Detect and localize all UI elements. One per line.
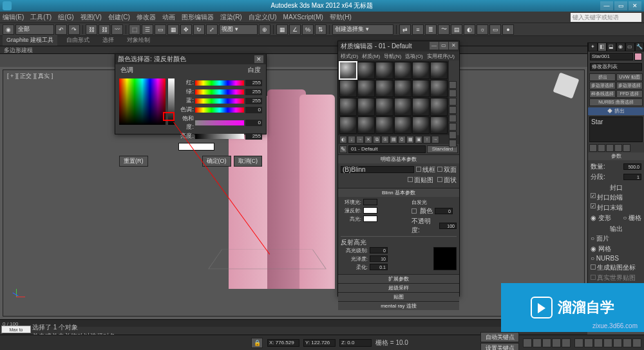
select-name-button[interactable]: ☰ [142,24,153,35]
move-button[interactable]: ✥ [180,24,192,35]
modifier-stack-header[interactable]: ◆ 挤出 [588,107,644,115]
mod-polyselect2-button[interactable]: 多边形选择 [616,82,643,89]
material-slot[interactable] [375,98,393,115]
layers-button[interactable]: ≣ [425,24,437,35]
zoom-all-icon[interactable] [584,338,593,347]
gen-mapping-checkbox[interactable] [591,264,596,270]
mat-menu-options[interactable]: 选项(O) [405,53,423,60]
next-frame-icon[interactable] [552,338,561,347]
selfillum-color-checkbox[interactable] [412,208,417,214]
material-name-dropdown[interactable]: 01 - Default [348,145,426,153]
object-name-field[interactable]: Star001 [590,53,633,60]
named-selection-dropdown[interactable]: 创建选择集 ▾ [332,24,393,35]
opacity-spinner[interactable]: 100 [439,223,457,229]
rotate-button[interactable]: ↻ [193,24,205,35]
material-slot[interactable] [375,80,393,97]
material-slot[interactable] [339,116,357,134]
window-crossing-button[interactable]: ▦ [167,24,179,35]
material-slot[interactable] [339,80,357,97]
maximize-button[interactable]: ▭ [614,1,627,10]
menu-maxscript[interactable]: MAXScript(M) [283,14,323,21]
show-end-icon[interactable] [598,144,605,152]
spinner-snap-button[interactable]: ⇅ [315,24,327,35]
material-slot[interactable] [357,98,375,115]
fov-icon[interactable] [603,338,612,347]
supersampling-rollout[interactable]: 超级采样 [338,284,459,292]
material-slot[interactable] [430,62,448,79]
material-slot[interactable] [430,98,448,115]
schematic-button[interactable]: ▤ [451,24,462,35]
ribbon-tab-paint[interactable]: 对象绘制 [123,35,154,46]
selection-filter-dropdown[interactable]: 全部 [15,24,54,35]
select-by-mat-icon[interactable] [449,140,457,147]
mirror-button[interactable]: ⇄ [399,24,411,35]
scale-button[interactable]: ⤢ [206,24,218,35]
bind-spacewarp-button[interactable]: 〰 [111,24,123,35]
mat-maximize-button[interactable]: ▭ [439,42,448,50]
configure-sets-icon[interactable] [623,144,630,152]
options-icon[interactable] [449,131,457,139]
material-slot[interactable] [339,62,357,79]
ambient-swatch[interactable] [363,199,377,205]
help-search-input[interactable]: 键入关键字或短语 [571,13,641,22]
select-region-button[interactable]: ▭ [155,24,166,35]
menu-animation[interactable]: 动画 [162,13,175,22]
curve-editor-button[interactable]: 〜 [438,24,450,35]
hierarchy-tab-icon[interactable]: ⬓ [607,42,616,51]
menu-views[interactable]: 视图(V) [80,13,102,22]
menu-graph-editors[interactable]: 图形编辑器 [182,13,214,22]
material-slot[interactable] [412,116,430,134]
unlink-button[interactable]: ⛓ [99,24,110,35]
cap-end-checkbox[interactable] [591,203,596,208]
material-slot[interactable] [375,116,393,134]
params-rollout-header[interactable]: 参数 [588,152,644,160]
render-frame-button[interactable]: ▭ [489,24,501,35]
color-reset-button[interactable]: 重置(R) [119,156,148,167]
blue-slider[interactable] [195,98,244,104]
material-slot[interactable] [430,80,448,97]
menu-tools[interactable]: 工具(T) [30,13,52,22]
object-color-swatch[interactable] [634,53,642,60]
material-slot[interactable] [357,62,375,79]
material-slot[interactable] [430,116,448,134]
material-slot[interactable] [412,62,430,79]
segments-spinner[interactable]: 1 [623,174,641,180]
put-to-lib-icon[interactable]: ▤ [390,136,397,143]
pan-icon[interactable] [613,338,622,347]
material-slot[interactable] [357,116,375,134]
pin-stack-icon[interactable] [589,144,597,152]
viewcube[interactable] [553,72,579,98]
put-to-scene-icon[interactable]: ↓ [348,136,355,143]
app-menu-icon[interactable]: ◉ [3,24,14,35]
modifier-list-dropdown[interactable]: 修改器列表 [590,63,642,71]
wire-checkbox[interactable] [416,167,421,172]
viewport[interactable]: [ + ][ 正交 ][ 真实 ] [3,69,585,317]
color-cancel-button[interactable]: 取消(C) [234,156,263,167]
mat-minimize-button[interactable]: — [430,42,439,50]
maximize-vp-icon[interactable] [632,338,641,347]
prev-frame-icon[interactable] [533,338,542,347]
snap-button[interactable]: ▦ [276,24,288,35]
mod-nurbs-button[interactable]: NURBS 曲面选择 [589,98,643,106]
mentalray-rollout[interactable]: mental ray 连接 [338,302,459,310]
material-editor-titlebar[interactable]: 材质编辑器 - 01 - Default — ▭ ✕ [338,41,459,51]
video-check-icon[interactable] [449,115,457,122]
extended-rollout[interactable]: 扩展参数 [338,275,459,283]
material-slot[interactable] [412,80,430,97]
material-slot[interactable] [412,98,430,115]
go-forward-icon[interactable]: → [431,136,439,143]
menu-help[interactable]: 帮助(H) [330,13,352,22]
glossiness-spinner[interactable]: 10 [370,255,388,262]
material-slot[interactable] [394,98,412,115]
select-button[interactable]: ⬚ [129,24,140,35]
modifier-stack-list[interactable]: Star [589,116,643,142]
show-end-result-icon[interactable]: ▣ [415,136,422,143]
material-slot[interactable] [394,80,412,97]
backlight-icon[interactable] [449,89,457,97]
make-unique-icon[interactable] [606,144,614,152]
render-button[interactable]: ● [502,24,514,35]
material-slot[interactable] [357,80,375,97]
utilities-tab-icon[interactable]: 🔧 [635,42,645,51]
shader-rollout-header[interactable]: 明暗器基本参数 [338,155,459,163]
remove-mod-icon[interactable] [614,144,622,152]
